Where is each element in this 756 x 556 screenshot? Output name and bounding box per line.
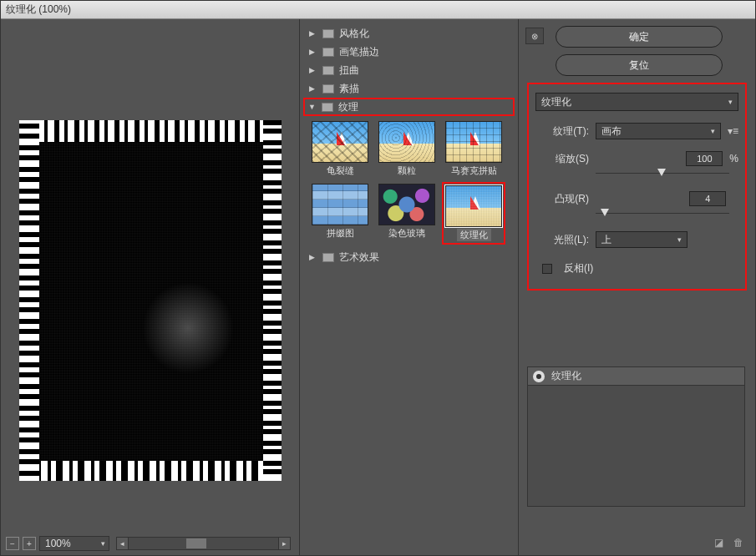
folder-icon <box>322 48 334 57</box>
category-stylize[interactable]: ▶ 风格化 <box>303 24 515 43</box>
thumb-craquelure[interactable]: 龟裂缝 <box>310 121 370 177</box>
folder-icon <box>322 29 334 38</box>
effect-layer-row[interactable]: 纹理化 <box>528 367 744 386</box>
window-title: 纹理化 (100%) <box>6 3 71 17</box>
content: − + 100% ▾ ◂ ▸ ▶ 风格化 ▶ <box>1 19 755 555</box>
light-row: 光照(L): 上 ▾ <box>535 231 738 248</box>
scale-row: 缩放(S) 100 % <box>535 151 738 166</box>
thumb-stained-glass[interactable]: 染色玻璃 <box>377 184 437 243</box>
chevron-down-icon: ▾ <box>728 98 733 106</box>
triangle-right-icon: ▶ <box>309 253 317 261</box>
chevron-down-icon: ▾ <box>711 127 715 135</box>
scale-slider[interactable] <box>596 168 729 179</box>
triangle-right-icon: ▶ <box>309 48 317 56</box>
scroll-right-arrow[interactable]: ▸ <box>278 538 290 549</box>
category-label: 风格化 <box>339 27 369 41</box>
edge-bottom <box>19 461 282 481</box>
collapse-icon[interactable]: ⊗ <box>525 28 544 44</box>
spacer <box>733 193 738 205</box>
visibility-eye-icon[interactable] <box>533 371 545 382</box>
invert-checkbox[interactable] <box>542 264 552 274</box>
folder-icon <box>322 103 333 112</box>
thumb-label: 颗粒 <box>398 164 416 177</box>
preview-canvas[interactable] <box>19 120 282 481</box>
folder-icon <box>322 66 334 75</box>
thumb-patchwork[interactable]: 拼缀图 <box>310 184 370 243</box>
category-sketch[interactable]: ▶ 素描 <box>303 79 515 98</box>
zoom-value: 100% <box>45 538 71 549</box>
preview-footer: − + 100% ▾ ◂ ▸ <box>1 532 299 555</box>
thumb-texturizer[interactable]: 纹理化 <box>444 184 504 243</box>
titlebar: 纹理化 (100%) <box>1 1 755 19</box>
filter-select[interactable]: 纹理化 ▾ <box>535 93 738 111</box>
slider-handle[interactable] <box>601 209 609 216</box>
folder-icon <box>322 253 334 262</box>
category-brush-strokes[interactable]: ▶ 画笔描边 <box>303 43 515 61</box>
texture-row: 纹理(T): 画布 ▾ ▾≡ <box>535 123 738 139</box>
filter-gallery-window: 纹理化 (100%) − + 100% ▾ <box>0 0 756 556</box>
new-effect-layer-icon[interactable]: ◪ <box>714 537 723 548</box>
light-glow <box>142 282 234 374</box>
slider-handle[interactable] <box>657 169 666 176</box>
edge-right <box>263 120 282 481</box>
filter-select-value: 纹理化 <box>541 95 571 109</box>
thumb-label: 染色玻璃 <box>388 227 425 240</box>
delete-effect-layer-icon[interactable]: 🗑 <box>733 537 743 548</box>
category-texture[interactable]: ▼ 纹理 <box>303 98 515 116</box>
ok-button[interactable]: 确定 <box>556 26 723 48</box>
horizontal-scrollbar[interactable]: ◂ ▸ <box>116 537 291 550</box>
zoom-out-button[interactable]: − <box>6 537 19 550</box>
reset-button[interactable]: 复位 <box>556 54 723 76</box>
invert-label: 反相(I) <box>564 261 593 275</box>
category-label: 艺术效果 <box>339 250 379 265</box>
light-select[interactable]: 上 ▾ <box>596 231 688 248</box>
triangle-right-icon: ▶ <box>309 84 317 93</box>
effect-layer-name: 纹理化 <box>551 369 581 383</box>
category-label: 纹理 <box>338 100 358 114</box>
relief-row: 凸现(R) 4 <box>535 191 738 206</box>
thumb-label: 纹理化 <box>457 229 491 241</box>
category-artistic[interactable]: ▶ 艺术效果 <box>303 248 515 266</box>
scroll-thumb[interactable] <box>186 538 206 548</box>
category-distort[interactable]: ▶ 扭曲 <box>303 61 515 79</box>
triangle-right-icon: ▶ <box>309 29 317 38</box>
filter-list-column: ▶ 风格化 ▶ 画笔描边 ▶ 扭曲 ▶ 素描 ▼ 纹理 <box>300 19 519 555</box>
scroll-left-arrow[interactable]: ◂ <box>117 538 129 549</box>
zoom-select[interactable]: 100% ▾ <box>39 536 109 551</box>
texture-label: 纹理(T): <box>535 124 589 139</box>
scale-input[interactable]: 100 <box>686 151 723 166</box>
light-value: 上 <box>601 233 611 247</box>
relief-input[interactable]: 4 <box>689 191 726 206</box>
scale-label: 缩放(S) <box>535 152 589 166</box>
percent-label: % <box>729 153 738 164</box>
invert-row: 反相(I) <box>542 261 738 275</box>
flyout-menu-icon[interactable]: ▾≡ <box>728 125 738 137</box>
thumb-label: 马赛克拼贴 <box>451 164 497 177</box>
triangle-down-icon: ▼ <box>308 103 317 111</box>
controls-column: ⊗ 确定 复位 纹理化 ▾ 纹理(T): 画布 ▾ ▾≡ 缩放(S) <box>519 19 755 555</box>
category-label: 素描 <box>339 82 359 96</box>
thumb-grain[interactable]: 颗粒 <box>377 121 437 177</box>
category-label: 扭曲 <box>339 63 359 78</box>
texture-select[interactable]: 画布 ▾ <box>596 123 721 139</box>
chevron-down-icon: ▾ <box>677 235 682 244</box>
texture-value: 画布 <box>601 124 622 139</box>
thumb-label: 龟裂缝 <box>327 164 354 177</box>
folder-icon <box>322 84 334 94</box>
triangle-right-icon: ▶ <box>309 66 317 74</box>
settings-panel: 纹理化 ▾ 纹理(T): 画布 ▾ ▾≡ 缩放(S) 100 % <box>527 83 747 291</box>
edge-top <box>19 120 282 142</box>
thumb-mosaic-tiles[interactable]: 马赛克拼贴 <box>444 121 504 177</box>
zoom-in-button[interactable]: + <box>23 537 36 550</box>
category-label: 画笔描边 <box>339 45 379 59</box>
chevron-down-icon: ▾ <box>101 539 105 548</box>
thumb-label: 拼缀图 <box>327 227 354 240</box>
relief-label: 凸现(R) <box>535 192 589 206</box>
preview-column: − + 100% ▾ ◂ ▸ <box>1 19 300 555</box>
layer-buttons: ◪ 🗑 <box>714 537 743 548</box>
texture-thumbnails: 龟裂缝 颗粒 马赛克拼贴 拼缀图 染色玻璃 <box>300 116 518 248</box>
preview-area <box>1 19 299 532</box>
edge-left <box>19 120 39 481</box>
effect-layers-panel: 纹理化 <box>527 366 745 507</box>
relief-slider[interactable] <box>596 208 729 220</box>
